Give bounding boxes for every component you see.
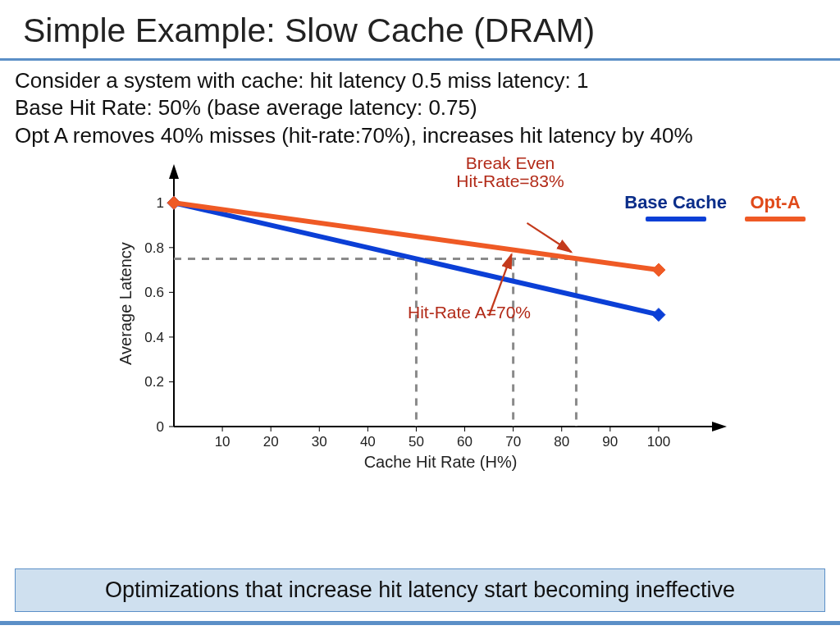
svg-text:0.4: 0.4: [144, 330, 164, 345]
svg-text:40: 40: [360, 434, 376, 450]
legend-swatch-opta: [745, 217, 806, 221]
slide-title: Simple Example: Slow Cache (DRAM): [0, 0, 840, 58]
svg-text:0.8: 0.8: [144, 240, 164, 256]
annotation-break-even: Break Even Hit-Rate=83%: [436, 154, 584, 190]
legend-item-opta: Opt-A: [745, 192, 806, 221]
svg-text:0.6: 0.6: [144, 285, 164, 300]
svg-text:1: 1: [157, 195, 164, 211]
svg-text:100: 100: [647, 434, 670, 450]
svg-text:30: 30: [312, 434, 327, 450]
legend-label-base: Base Cache: [624, 192, 727, 213]
svg-line-42: [527, 223, 571, 252]
legend-swatch-base: [646, 217, 706, 221]
svg-text:0: 0: [157, 419, 164, 435]
bottom-divider: [0, 621, 840, 625]
svg-text:60: 60: [457, 434, 472, 450]
svg-text:80: 80: [554, 434, 569, 450]
svg-text:90: 90: [602, 434, 618, 450]
svg-text:Average Latency: Average Latency: [116, 242, 135, 365]
annotation-break-even-l2: Hit-Rate=83%: [436, 172, 584, 190]
annotation-break-even-l1: Break Even: [436, 154, 584, 172]
body-line-2: Base Hit Rate: 50% (base average latency…: [15, 94, 820, 121]
svg-text:70: 70: [505, 434, 521, 450]
svg-text:10: 10: [215, 434, 231, 450]
legend-label-opta: Opt-A: [750, 192, 800, 213]
chart-container: Break Even Hit-Rate=83% Hit-Rate A=70% B…: [108, 164, 732, 476]
footer-callout: Optimizations that increase hit latency …: [15, 568, 825, 612]
legend-item-base: Base Cache: [624, 192, 727, 221]
svg-text:Cache Hit Rate (H%): Cache Hit Rate (H%): [364, 453, 518, 471]
body-text: Consider a system with cache: hit latenc…: [0, 61, 840, 149]
body-line-3: Opt A removes 40% misses (hit-rate:70%),…: [15, 122, 820, 149]
svg-text:0.2: 0.2: [144, 374, 164, 390]
annotation-hit-rate-a: Hit-Rate A=70%: [408, 304, 531, 322]
svg-text:50: 50: [409, 434, 424, 450]
chart-legend: Base Cache Opt-A: [624, 192, 806, 221]
svg-text:20: 20: [263, 434, 279, 450]
body-line-1: Consider a system with cache: hit latenc…: [15, 67, 820, 94]
